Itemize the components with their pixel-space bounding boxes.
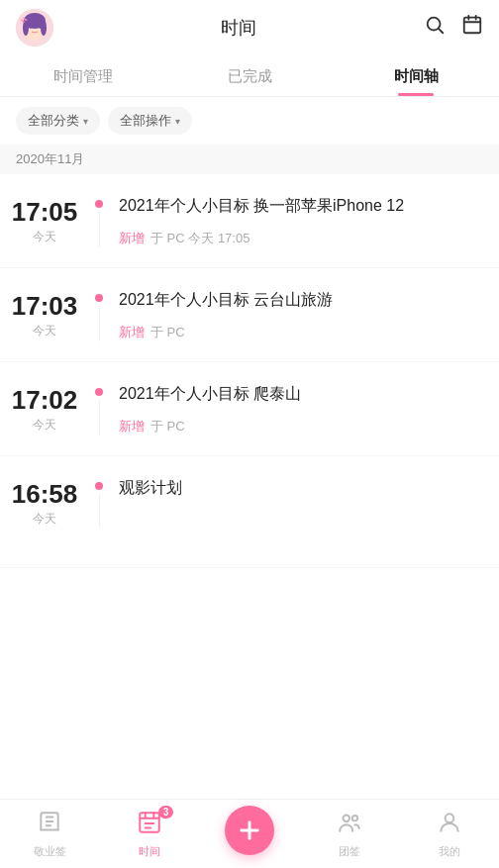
bottom-navigation: 敬业签 3 时间 — [0, 799, 499, 868]
time-column: 17:03 今天 — [0, 288, 89, 341]
timeline-dot — [95, 294, 103, 302]
svg-point-24 — [351, 815, 356, 820]
item-content[interactable]: 2021年个人小目标 爬泰山 新增 于 PC — [109, 382, 499, 435]
timeline-line — [99, 494, 100, 528]
nav-item-time[interactable]: 3 时间 — [120, 810, 179, 859]
nav-item-fab[interactable] — [220, 806, 279, 863]
avatar[interactable] — [16, 9, 53, 47]
timeline-dot — [95, 482, 103, 490]
time-column: 17:05 今天 — [0, 194, 89, 247]
nav-label-time: 时间 — [139, 844, 160, 859]
nav-label-team: 团签 — [339, 844, 360, 859]
time-badge: 3 — [158, 806, 174, 819]
filter-bar: 全部分类 ▾ 全部操作 ▾ — [0, 97, 499, 145]
timeline-list: 17:05 今天 2021年个人小目标 换一部苹果iPhone 12 新增 于 … — [0, 174, 499, 568]
time-column: 17:02 今天 — [0, 382, 89, 435]
timeline-dot — [95, 388, 103, 396]
search-icon[interactable] — [424, 14, 446, 42]
svg-line-10 — [439, 29, 443, 33]
team-icon — [337, 810, 362, 841]
item-meta: 新增 于 PC — [119, 324, 483, 341]
svg-rect-11 — [464, 18, 481, 34]
timeline-dot — [95, 200, 103, 208]
dot-column — [89, 476, 109, 528]
calendar-icon[interactable] — [461, 14, 483, 42]
chevron-down-icon: ▾ — [83, 116, 88, 127]
timeline-item: 17:02 今天 2021年个人小目标 爬泰山 新增 于 PC — [0, 362, 499, 456]
mine-icon — [437, 810, 462, 841]
item-meta: 新增 于 PC — [119, 418, 483, 435]
tab-timeline[interactable]: 时间轴 — [333, 55, 499, 96]
date-group-header: 2020年11月 — [0, 145, 499, 174]
tabs-bar: 时间管理 已完成 时间轴 — [0, 55, 499, 97]
timeline-line — [99, 306, 100, 341]
time-column: 16:58 今天 — [0, 476, 89, 528]
nav-item-mine[interactable]: 我的 — [420, 810, 479, 859]
svg-point-25 — [445, 814, 453, 822]
item-content[interactable]: 观影计划 — [109, 476, 499, 528]
timeline-item: 17:03 今天 2021年个人小目标 云台山旅游 新增 于 PC — [0, 268, 499, 362]
operation-filter[interactable]: 全部操作 ▾ — [108, 107, 192, 135]
page-title: 时间 — [221, 16, 256, 40]
item-content[interactable]: 2021年个人小目标 换一部苹果iPhone 12 新增 于 PC 今天 17:… — [109, 194, 499, 247]
dot-column — [89, 194, 109, 247]
scroll-area: 2020年11月 17:05 今天 2021年个人小目标 换一部苹果iPhone… — [0, 145, 499, 647]
category-filter[interactable]: 全部分类 ▾ — [16, 107, 100, 135]
dot-column — [89, 288, 109, 341]
diary-icon — [37, 810, 62, 841]
tab-manage[interactable]: 时间管理 — [0, 55, 166, 96]
svg-point-8 — [41, 20, 47, 36]
item-content[interactable]: 2021年个人小目标 云台山旅游 新增 于 PC — [109, 288, 499, 341]
timeline-line — [99, 212, 100, 247]
tab-done[interactable]: 已完成 — [166, 55, 333, 96]
timeline-line — [99, 400, 100, 435]
svg-rect-15 — [140, 813, 159, 832]
nav-item-diary[interactable]: 敬业签 — [20, 810, 79, 859]
nav-item-team[interactable]: 团签 — [320, 810, 379, 859]
nav-label-mine: 我的 — [439, 844, 460, 859]
chevron-down-icon: ▾ — [175, 116, 180, 127]
svg-point-23 — [343, 815, 349, 821]
timeline-item: 17:05 今天 2021年个人小目标 换一部苹果iPhone 12 新增 于 … — [0, 174, 499, 268]
item-meta: 新增 于 PC 今天 17:05 — [119, 230, 483, 247]
header-actions — [424, 14, 483, 42]
add-button[interactable] — [225, 806, 274, 855]
timeline-item: 16:58 今天 观影计划 — [0, 456, 499, 568]
dot-column — [89, 382, 109, 435]
nav-label-diary: 敬业签 — [34, 844, 66, 859]
header: 时间 — [0, 0, 499, 55]
